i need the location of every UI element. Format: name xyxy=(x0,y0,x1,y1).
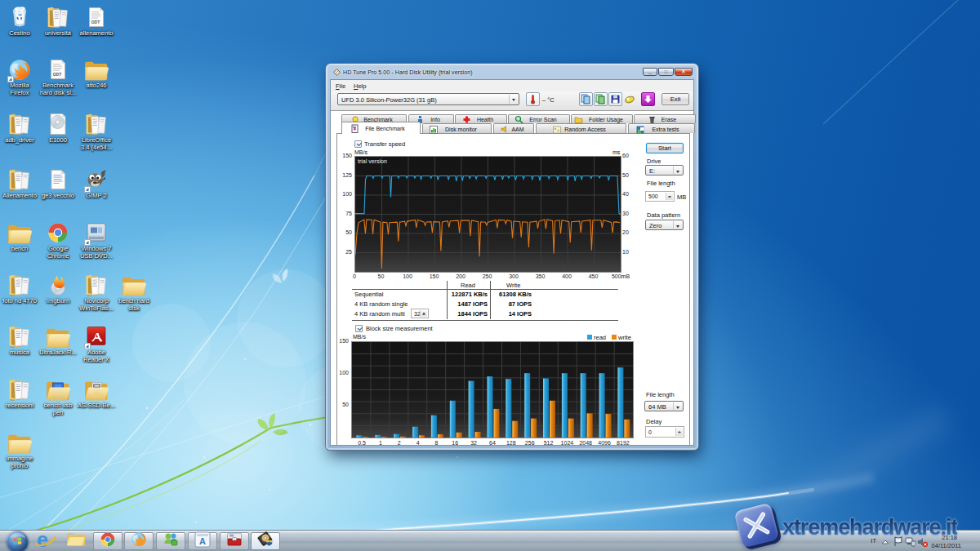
svg-text:A: A xyxy=(199,536,206,546)
svg-text:e: e xyxy=(37,529,48,550)
svg-text:trial version: trial version xyxy=(358,158,387,164)
svg-text:ODT: ODT xyxy=(91,20,100,24)
svg-text:ODT: ODT xyxy=(53,72,62,77)
